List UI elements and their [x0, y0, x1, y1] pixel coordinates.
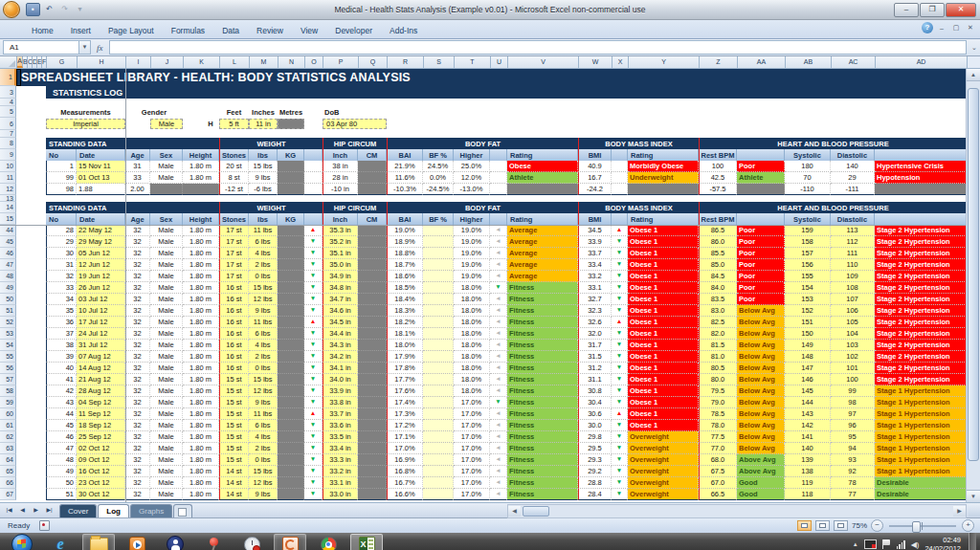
decrease-arrow-icon[interactable]: ▼	[304, 420, 323, 431]
cell-systolic[interactable]: 143	[785, 408, 831, 420]
cell-bf-rating[interactable]: Fitness	[507, 477, 578, 489]
cell-age[interactable]: 32	[125, 225, 150, 236]
cell-bmi[interactable]: 29.3	[578, 454, 612, 466]
cell-diastolic[interactable]: 98	[831, 397, 875, 408]
cell-bp-rating[interactable]: Stage 2 Hypertension	[875, 259, 967, 271]
cell-bmi-rating[interactable]: Obese 1	[628, 259, 699, 271]
cell-sex[interactable]: Male	[150, 305, 183, 317]
insert-worksheet-tab[interactable]	[173, 504, 192, 517]
cell-bmi-rating[interactable]: Obese 1	[628, 225, 699, 236]
cell-bai[interactable]: 17.8%	[387, 363, 423, 374]
increase-arrow-icon[interactable]: ▲	[304, 408, 323, 420]
cell-bmi[interactable]: 30.6	[578, 408, 612, 420]
cell-hip[interactable]: 35.1 in	[323, 248, 358, 259]
cell-no[interactable]: 41	[46, 374, 77, 385]
row-header-14[interactable]: 14	[0, 202, 16, 213]
cell-date[interactable]: 29 May 12	[77, 236, 125, 248]
steady-arrow-icon[interactable]: ◄	[490, 236, 507, 248]
cell-lbs[interactable]: 9 lbs	[249, 397, 278, 408]
tab-split-grip[interactable]	[969, 504, 980, 517]
cell-higher[interactable]: 25.0%	[454, 161, 490, 172]
cell-age[interactable]: 32	[125, 271, 150, 282]
row-header-63[interactable]: 63	[0, 443, 16, 454]
cell-height[interactable]: 1.80 m	[183, 466, 219, 477]
cell-bf[interactable]	[423, 489, 454, 500]
cell-date[interactable]: 03 Jul 12	[77, 294, 125, 305]
cell-date[interactable]: 12 Jun 12	[77, 259, 125, 271]
cell-cm[interactable]	[358, 431, 387, 443]
cell-bmi[interactable]: 30.0	[578, 420, 612, 431]
steady-arrow-icon[interactable]: ◄	[490, 317, 507, 328]
cell-bmi[interactable]: 34.5	[578, 225, 612, 236]
cell-bp-rating[interactable]: Stage 2 Hypertension	[875, 374, 967, 385]
cell-bai[interactable]: 16.7%	[387, 477, 423, 489]
cell-bpm-rating[interactable]: Below Avg	[737, 385, 785, 397]
cell-lbs[interactable]: 6 lbs	[249, 420, 278, 431]
cell-kg[interactable]	[278, 431, 304, 443]
cell-bf[interactable]	[423, 225, 454, 236]
steady-arrow-icon[interactable]: ◄	[490, 431, 507, 443]
cell-bmi[interactable]: 31.1	[578, 374, 612, 385]
cell-no[interactable]: 43	[46, 397, 77, 408]
cell-bmi-rating[interactable]: Obese 1	[628, 328, 699, 340]
cell-cm[interactable]	[358, 466, 387, 477]
decrease-arrow-icon[interactable]: ▼	[612, 248, 628, 259]
cell-diastolic[interactable]: 100	[831, 374, 875, 385]
dob-value[interactable]: 03 Apr 80	[323, 119, 387, 129]
cell-bp-rating[interactable]: Stage 2 Hypertension	[875, 363, 967, 374]
cell-lbs[interactable]: 2 lbs	[249, 351, 278, 363]
row-header-52[interactable]: 52	[0, 317, 16, 328]
decrease-arrow-icon[interactable]: ▼	[490, 397, 507, 408]
formula-input[interactable]	[109, 40, 968, 55]
decrease-arrow-icon[interactable]: ▼	[304, 340, 323, 351]
row-header-59[interactable]: 59	[0, 397, 16, 408]
cell-systolic[interactable]: 119	[785, 477, 831, 489]
cell-bpm-rating[interactable]: Below Avg	[737, 328, 785, 340]
workbook-restore-icon[interactable]: ▢	[950, 24, 962, 32]
row-header-44[interactable]: 44	[0, 225, 16, 236]
row-header-58[interactable]: 58	[0, 385, 16, 397]
cell-no[interactable]: 49	[46, 466, 77, 477]
cell-rest-bpm[interactable]: 83.5	[699, 294, 737, 305]
cell-lbs[interactable]: 4 lbs	[249, 431, 278, 443]
cell-bf[interactable]	[423, 259, 454, 271]
cell-no[interactable]: 30	[46, 248, 77, 259]
decrease-arrow-icon[interactable]: ▼	[612, 466, 628, 477]
zoom-slider[interactable]	[889, 525, 956, 527]
cell-bmi[interactable]: 28.4	[578, 489, 612, 500]
cell-hip[interactable]: 33.9 in	[323, 385, 358, 397]
steady-arrow-icon[interactable]	[490, 184, 507, 195]
cell-bf[interactable]	[423, 431, 454, 443]
cell-age[interactable]: 32	[125, 248, 150, 259]
steady-arrow-icon[interactable]: ◄	[490, 454, 507, 466]
cell-bpm-rating[interactable]: Poor	[737, 236, 785, 248]
cell-bf-rating[interactable]: Fitness	[507, 420, 578, 431]
section-banner[interactable]: STATISTICS LOG	[46, 86, 967, 99]
steady-arrow-icon[interactable]	[304, 161, 323, 172]
view-page-layout-button[interactable]	[815, 520, 830, 531]
steady-arrow-icon[interactable]	[304, 172, 323, 184]
taskbar-windows-explorer-icon[interactable]	[82, 534, 115, 550]
cell-kg[interactable]	[278, 397, 304, 408]
decrease-arrow-icon[interactable]: ▼	[304, 271, 323, 282]
cell-lbs[interactable]: 11 lbs	[249, 408, 278, 420]
cell-bai[interactable]: 18.7%	[387, 259, 423, 271]
sheet-nav-2[interactable]: ▶	[30, 505, 42, 516]
cell-cm[interactable]	[358, 305, 387, 317]
cell-bp-rating[interactable]: Hypotension	[875, 172, 967, 184]
cell-sex[interactable]: Male	[150, 225, 183, 236]
cell-date[interactable]: 22 May 12	[77, 225, 125, 236]
cell-bmi[interactable]: 33.4	[578, 259, 612, 271]
cell-systolic[interactable]: -110	[785, 184, 831, 195]
cell-bai[interactable]: 17.3%	[387, 408, 423, 420]
ribbon-tab-page-layout[interactable]: Page Layout	[100, 23, 163, 38]
tray-volume-icon[interactable]: ◀)	[911, 540, 920, 549]
cell-stones[interactable]: 14 st	[219, 477, 249, 489]
steady-arrow-icon[interactable]: ◄	[490, 259, 507, 271]
row-header-62[interactable]: 62	[0, 431, 16, 443]
decrease-arrow-icon[interactable]: ▼	[612, 271, 628, 282]
cell-lbs[interactable]: 4 lbs	[249, 340, 278, 351]
cell-rest-bpm[interactable]: 79.5	[699, 385, 737, 397]
tray-display-icon[interactable]	[864, 539, 877, 549]
cell-cm[interactable]	[358, 443, 387, 454]
